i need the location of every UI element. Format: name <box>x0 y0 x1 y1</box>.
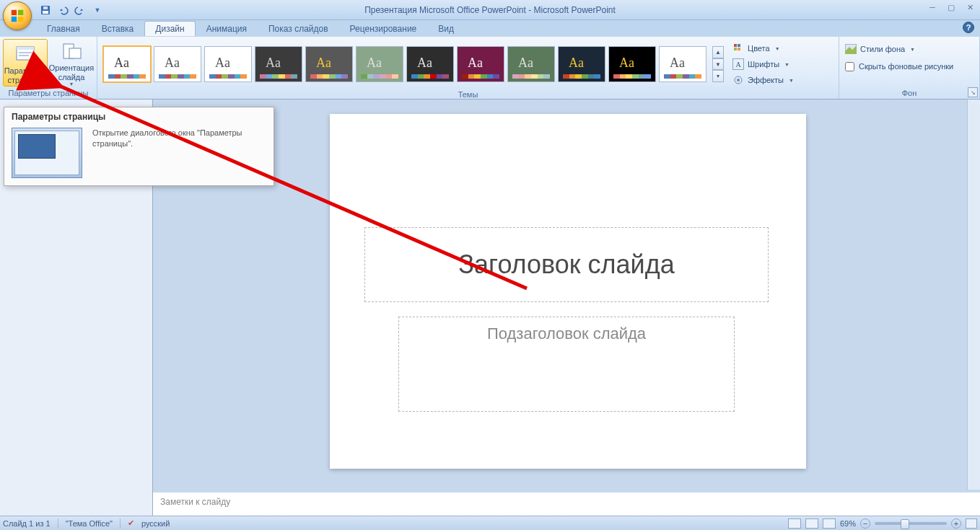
theme-thumb-palette <box>159 74 196 79</box>
chevron-up-icon: ▲ <box>715 49 721 56</box>
chevron-down-icon: ▼ <box>95 6 101 14</box>
subtitle-placeholder-text: Подзаголовок слайда <box>487 324 646 343</box>
view-normal-button[interactable] <box>788 518 801 529</box>
close-button[interactable]: ✕ <box>963 1 977 13</box>
theme-thumb[interactable]: Aa <box>356 46 403 82</box>
editor-area: Заголовок слайда Подзаголовок слайда Зам… <box>153 100 980 516</box>
theme-thumb-sample: Aa <box>316 56 331 71</box>
tooltip-title: Параметры страницы <box>12 112 266 122</box>
redo-button[interactable] <box>72 2 88 18</box>
theme-thumb-sample: Aa <box>367 56 382 71</box>
tab-slideshow[interactable]: Показ слайдов <box>258 21 339 36</box>
notes-pane[interactable]: Заметки к слайду <box>153 490 980 516</box>
theme-thumb-sample: Aa <box>569 56 584 71</box>
theme-options: Цвета ▼ A Шрифты ▼ Эффекты ▼ <box>725 39 801 89</box>
gallery-scroll-up[interactable]: ▲ <box>712 46 724 58</box>
redo-icon <box>74 4 86 16</box>
view-slideshow-button[interactable] <box>823 518 836 529</box>
tooltip-description: Открытие диалогового окна "Параметры стр… <box>92 128 266 150</box>
view-sorter-button[interactable] <box>805 518 818 529</box>
theme-thumb[interactable]: Aa <box>507 46 555 82</box>
theme-thumb[interactable]: Aa <box>305 46 353 82</box>
office-button[interactable] <box>3 1 32 30</box>
theme-thumb[interactable]: Aa <box>659 46 706 82</box>
tab-home[interactable]: Главная <box>36 21 91 36</box>
theme-thumb-sample: Aa <box>114 56 129 71</box>
group-themes: AaAaAaAaAaAaAaAaAaAaAaAa ▲ ▼ ▾ Цвета ▼ A… <box>97 37 839 99</box>
theme-effects-button[interactable]: Эффекты ▼ <box>730 73 797 87</box>
theme-fonts-button[interactable]: A Шрифты ▼ <box>730 57 797 71</box>
effects-icon <box>732 74 744 86</box>
zoom-in-button[interactable]: + <box>951 518 961 529</box>
svg-rect-13 <box>734 44 737 47</box>
chevron-down-icon: ▼ <box>715 61 721 68</box>
zoom-out-button[interactable]: − <box>860 518 870 529</box>
background-dialog-launcher[interactable]: ↘ <box>968 87 978 97</box>
subtitle-placeholder[interactable]: Подзаголовок слайда <box>398 317 735 412</box>
save-button[interactable] <box>38 2 53 18</box>
orientation-icon <box>60 42 83 62</box>
gallery-expand[interactable]: ▾ <box>712 70 724 82</box>
status-theme: "Тема Office" <box>66 519 113 528</box>
help-icon: ? <box>966 23 971 32</box>
group-page-setup-label: Параметры страницы <box>3 88 94 99</box>
theme-thumb[interactable]: Aa <box>103 46 151 82</box>
theme-thumb[interactable]: Aa <box>608 46 656 82</box>
svg-rect-8 <box>17 47 34 50</box>
theme-thumb[interactable]: Aa <box>406 46 454 82</box>
hide-bg-graphics-checkbox[interactable]: Скрыть фоновые рисунки <box>842 59 956 74</box>
theme-colors-button[interactable]: Цвета ▼ <box>730 41 797 56</box>
gallery-scroll-down[interactable]: ▼ <box>712 58 724 71</box>
tab-animation[interactable]: Анимация <box>196 21 258 36</box>
expand-icon: ▾ <box>717 73 719 79</box>
spellcheck-icon[interactable]: ✔ <box>128 518 134 528</box>
theme-thumb-sample: Aa <box>165 56 180 71</box>
hide-bg-graphics-label: Скрыть фоновые рисунки <box>859 62 953 71</box>
vertical-scrollbar[interactable] <box>967 100 980 490</box>
title-placeholder-text: Заголовок слайда <box>458 249 674 280</box>
status-right: 69% − + <box>788 518 977 529</box>
group-background-label: Фон <box>842 88 976 99</box>
svg-point-18 <box>737 79 740 81</box>
maximize-button[interactable]: ▢ <box>944 1 958 13</box>
background-styles-button[interactable]: Стили фона ▼ <box>842 42 918 56</box>
qat-customize[interactable]: ▼ <box>89 2 105 18</box>
svg-rect-0 <box>12 10 17 15</box>
fit-to-window-button[interactable] <box>966 518 977 529</box>
tab-view[interactable]: Вид <box>427 21 465 36</box>
title-placeholder[interactable]: Заголовок слайда <box>364 227 769 302</box>
theme-thumb[interactable]: Aa <box>255 46 302 82</box>
theme-thumb-sample: Aa <box>670 56 685 71</box>
theme-thumb[interactable]: Aa <box>558 46 605 82</box>
slide-canvas[interactable]: Заголовок слайда Подзаголовок слайда <box>330 114 806 469</box>
tab-insert[interactable]: Вставка <box>91 21 145 36</box>
chevron-down-icon: ▼ <box>789 78 794 83</box>
theme-thumb-palette <box>563 74 600 79</box>
page-setup-icon <box>14 42 37 65</box>
help-button[interactable]: ? <box>963 22 974 33</box>
tab-design[interactable]: Дизайн <box>144 21 195 36</box>
theme-gallery[interactable]: AaAaAaAaAaAaAaAaAaAaAaAa <box>100 44 709 84</box>
theme-thumb[interactable]: Aa <box>204 46 252 82</box>
svg-rect-5 <box>43 6 48 9</box>
page-setup-button[interactable]: Параметры страницы <box>3 39 48 87</box>
theme-thumb-sample: Aa <box>619 56 634 71</box>
undo-button[interactable] <box>55 2 71 18</box>
maximize-icon: ▢ <box>948 3 955 12</box>
svg-rect-15 <box>734 48 737 50</box>
theme-thumb[interactable]: Aa <box>154 46 201 82</box>
zoom-slider[interactable] <box>875 522 947 525</box>
theme-thumb-palette <box>310 74 348 79</box>
theme-thumb-palette <box>260 74 297 79</box>
status-separator <box>120 518 121 529</box>
canvas-area[interactable]: Заголовок слайда Подзаголовок слайда <box>153 100 980 490</box>
theme-thumb-sample: Aa <box>468 56 483 71</box>
theme-thumb[interactable]: Aa <box>457 46 504 82</box>
orientation-button[interactable]: Ориентация слайда ▼ <box>49 39 94 87</box>
minimize-button[interactable]: ─ <box>925 1 940 13</box>
status-slide-count: Слайд 1 из 1 <box>3 519 51 528</box>
status-language[interactable]: русский <box>141 519 170 528</box>
status-zoom-value: 69% <box>840 519 856 528</box>
hide-bg-graphics-input[interactable] <box>845 62 854 71</box>
tab-review[interactable]: Рецензирование <box>339 21 428 36</box>
